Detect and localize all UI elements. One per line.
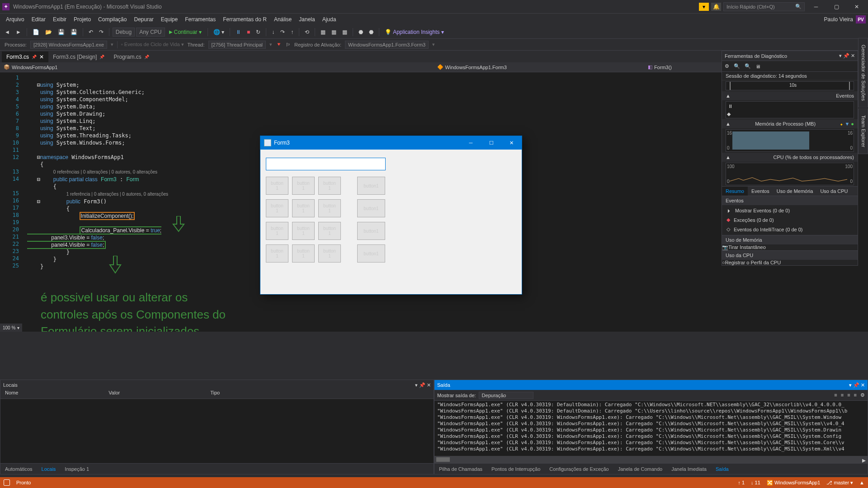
- cpu-section[interactable]: CPU (% de todos os processadores): [773, 155, 854, 160]
- close-window-button[interactable]: ✕: [848, 0, 866, 14]
- push-indicator[interactable]: ↑ 1: [738, 480, 745, 485]
- close-icon[interactable]: ✕: [427, 382, 431, 388]
- pin-icon[interactable]: 📌: [32, 55, 37, 59]
- events-chart[interactable]: ⏸ ◆: [726, 101, 854, 118]
- project-selector[interactable]: 📦 WindowsFormsApp1: [4, 64, 57, 70]
- thread-combo[interactable]: [2756] Thread Principal: [208, 41, 266, 49]
- settings-icon[interactable]: ⚙: [860, 392, 865, 398]
- pin-icon[interactable]: 📌: [144, 55, 149, 59]
- panel-menu-icon[interactable]: ▾: [415, 382, 418, 388]
- diag-tab-resumo[interactable]: Resumo: [722, 187, 748, 196]
- close-tab-icon[interactable]: ✕: [39, 54, 44, 60]
- menu-exibir[interactable]: Exibir: [49, 14, 70, 24]
- platform-combo[interactable]: Any CPU: [136, 28, 165, 37]
- record-cpu-row[interactable]: ○Registrar o Perfil da CPU: [722, 260, 858, 265]
- menu-ajuda[interactable]: Ajuda: [319, 14, 340, 24]
- menu-ferramentas-r[interactable]: Ferramentas do R: [219, 14, 270, 24]
- tab-command[interactable]: Janela de Comando: [613, 464, 667, 474]
- pause-button[interactable]: ⏸: [233, 28, 243, 37]
- user-avatar[interactable]: PV: [856, 15, 866, 23]
- show-events-row[interactable]: ⏵Mostrar Eventos (0 de 0): [722, 206, 858, 215]
- tool-icon[interactable]: ▦: [318, 28, 328, 37]
- wordwrap-icon[interactable]: ≡: [841, 392, 844, 398]
- exceptions-row[interactable]: ◆Exceções (0 de 0): [722, 215, 858, 225]
- cpu-chart[interactable]: 100 100 0 0: [726, 163, 854, 185]
- button-r4c4[interactable]: button1: [357, 244, 385, 263]
- quick-launch-input[interactable]: Início Rápido (Ctrl+Q) 🔍: [723, 2, 805, 11]
- menu-compilacao[interactable]: Compilação: [94, 14, 130, 24]
- toggle-icon[interactable]: ≡: [847, 392, 850, 398]
- status-corner-icon[interactable]: ▲: [859, 480, 864, 485]
- undo-button[interactable]: ↶: [86, 28, 95, 37]
- button-r1c4[interactable]: button1: [357, 177, 385, 195]
- button-r3c2[interactable]: button 1: [292, 222, 315, 240]
- menu-analise[interactable]: Análise: [270, 14, 295, 24]
- pin-icon[interactable]: 📌: [99, 55, 104, 59]
- find-icon[interactable]: ≡: [854, 392, 857, 398]
- tab-exception[interactable]: Configurações de Exceção: [545, 464, 613, 474]
- panel-menu-icon[interactable]: ▾: [839, 53, 842, 58]
- button-r1c2[interactable]: button 1: [292, 177, 315, 195]
- button-r2c3[interactable]: button 1: [318, 199, 341, 217]
- save-all-button[interactable]: 💾: [68, 28, 80, 37]
- textbox-input[interactable]: [266, 158, 386, 170]
- button-r4c3[interactable]: button 1: [318, 244, 341, 263]
- button-r4c1[interactable]: button 1: [266, 244, 288, 263]
- menu-projeto[interactable]: Projeto: [70, 14, 94, 24]
- diag-tab-cpu[interactable]: Uso da CPU: [816, 187, 851, 196]
- take-snapshot-row[interactable]: 📷Tirar Instantâneo: [722, 244, 858, 250]
- menu-janela[interactable]: Janela: [295, 14, 318, 24]
- tab-immediate[interactable]: Janela Imediata: [667, 464, 711, 474]
- menu-editar[interactable]: Editar: [28, 14, 49, 24]
- maximize-button[interactable]: ▢: [827, 0, 845, 14]
- button-r4c2[interactable]: button 1: [292, 244, 315, 263]
- form-titlebar[interactable]: Form3 ─ ☐ ✕: [260, 136, 522, 150]
- repo-icon[interactable]: 🔀 WindowsFormsApp1: [767, 480, 821, 486]
- menu-ferramentas[interactable]: Ferramentas: [181, 14, 219, 24]
- process-combo[interactable]: [2928] WindowsFormsApp1.exe: [30, 41, 107, 49]
- feedback-icon[interactable]: 🔔: [711, 3, 721, 11]
- diag-tab-eventos[interactable]: Eventos: [748, 187, 773, 196]
- tab-form3-cs[interactable]: Form3.cs📌✕: [2, 52, 48, 62]
- intellitrace-button[interactable]: ⟲: [302, 28, 311, 37]
- panel-menu-icon[interactable]: ▾: [849, 382, 852, 388]
- minimize-button[interactable]: ─: [807, 0, 825, 14]
- pin-icon[interactable]: 📌: [843, 53, 849, 58]
- button-r3c1[interactable]: button 1: [266, 222, 288, 240]
- form-maximize-button[interactable]: ☐: [481, 136, 501, 150]
- output-body[interactable]: "WindowsFormsApp1.exe" (CLR v4.0.30319: …: [434, 401, 868, 456]
- user-name[interactable]: Paulo Vieira: [824, 16, 854, 23]
- button-r3c4[interactable]: button1: [357, 222, 385, 240]
- pull-indicator[interactable]: ↓ 11: [751, 480, 760, 485]
- tab-form3-design[interactable]: Form3.cs [Design]📌: [48, 52, 109, 62]
- tab-inspecao[interactable]: Inspeção 1: [60, 464, 94, 474]
- flag-icon[interactable]: 🏳: [286, 42, 291, 47]
- tab-breakpoints[interactable]: Pontos de Interrupção: [487, 464, 545, 474]
- snapshot-marker-icon[interactable]: ⬥: [840, 121, 843, 127]
- menu-depurar[interactable]: Depurar: [130, 14, 157, 24]
- button-r2c1[interactable]: button 1: [266, 199, 288, 217]
- pin-icon[interactable]: 📌: [419, 382, 425, 388]
- reset-zoom-icon[interactable]: 🖥: [755, 64, 760, 69]
- close-icon[interactable]: ✕: [851, 53, 855, 58]
- memory-chart[interactable]: 16 16 0 0: [726, 129, 854, 152]
- team-explorer-tab[interactable]: Team Explorer: [858, 108, 868, 154]
- new-button[interactable]: 📄: [30, 28, 42, 37]
- activation-combo[interactable]: WindowsFormsApp1.Form3.Form3: [345, 41, 429, 49]
- gear-icon[interactable]: ⚙: [725, 63, 729, 69]
- continue-button[interactable]: Continuar ▾: [166, 28, 204, 36]
- stop-button[interactable]: ■: [245, 28, 252, 37]
- memory-section[interactable]: Memória de Processo (MB): [755, 121, 816, 127]
- zoom-out-icon[interactable]: 🔍: [745, 63, 751, 69]
- timeline[interactable]: 10s: [726, 81, 854, 90]
- tab-program-cs[interactable]: Program.cs📌: [109, 52, 153, 62]
- step-over-button[interactable]: ↷: [278, 28, 287, 37]
- button-r1c3[interactable]: button 1: [318, 177, 341, 195]
- tool-icon2[interactable]: ▦: [329, 28, 339, 37]
- menu-arquivo[interactable]: Arquivo: [2, 14, 28, 24]
- save-button[interactable]: 💾: [56, 28, 67, 37]
- step-out-button[interactable]: ↑: [288, 28, 296, 37]
- nav-back-button[interactable]: ◄: [2, 28, 12, 37]
- class-selector[interactable]: 🔶 WindowsFormsApp1.Form3: [437, 64, 507, 70]
- tab-automaticos[interactable]: Automáticos: [0, 464, 37, 474]
